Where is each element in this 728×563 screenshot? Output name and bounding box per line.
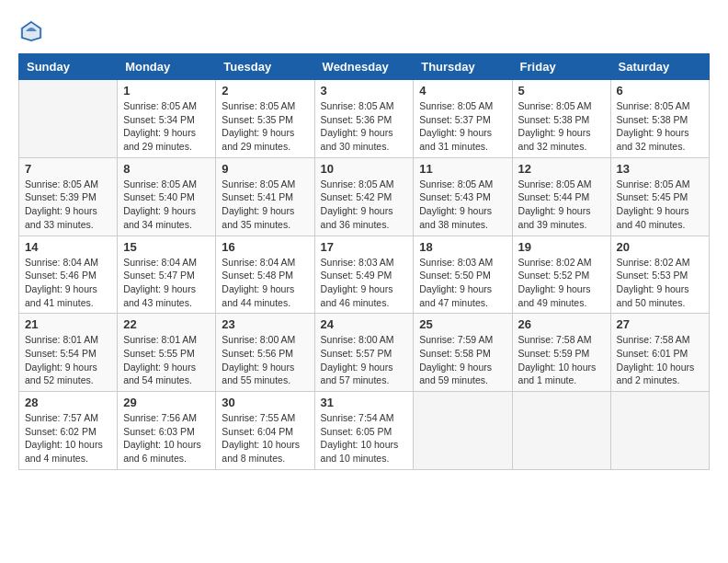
day-info: Sunrise: 8:05 AMSunset: 5:42 PMDaylight:… (321, 178, 408, 232)
calendar-cell: 20Sunrise: 8:02 AMSunset: 5:53 PMDayligh… (610, 236, 709, 314)
calendar-cell: 16Sunrise: 8:04 AMSunset: 5:48 PMDayligh… (216, 236, 314, 314)
day-info: Sunrise: 7:56 AMSunset: 6:03 PMDaylight:… (123, 411, 210, 465)
day-number: 9 (222, 162, 308, 176)
day-info: Sunrise: 8:00 AMSunset: 5:57 PMDaylight:… (321, 333, 408, 387)
page-header (18, 18, 710, 44)
calendar-table: SundayMondayTuesdayWednesdayThursdayFrid… (18, 53, 710, 470)
calendar-cell: 18Sunrise: 8:03 AMSunset: 5:50 PMDayligh… (414, 236, 512, 314)
day-number: 11 (419, 162, 506, 176)
day-number: 15 (123, 240, 210, 254)
calendar-cell: 29Sunrise: 7:56 AMSunset: 6:03 PMDayligh… (118, 392, 216, 470)
day-number: 3 (321, 84, 408, 98)
calendar-cell: 7Sunrise: 8:05 AMSunset: 5:39 PMDaylight… (19, 157, 118, 236)
calendar-cell: 21Sunrise: 8:01 AMSunset: 5:54 PMDayligh… (19, 314, 118, 392)
calendar-week-1: 1Sunrise: 8:05 AMSunset: 5:34 PMDaylight… (19, 80, 710, 158)
weekday-header-thursday: Thursday (414, 54, 512, 80)
day-info: Sunrise: 8:05 AMSunset: 5:36 PMDaylight:… (321, 99, 408, 154)
calendar-cell: 3Sunrise: 8:05 AMSunset: 5:36 PMDaylight… (314, 80, 414, 158)
calendar-cell: 8Sunrise: 8:05 AMSunset: 5:40 PMDaylight… (118, 157, 216, 236)
day-info: Sunrise: 7:54 AMSunset: 6:05 PMDaylight:… (321, 411, 408, 465)
day-info: Sunrise: 8:05 AMSunset: 5:40 PMDaylight:… (123, 178, 210, 232)
day-number: 31 (321, 396, 408, 409)
calendar-cell: 11Sunrise: 8:05 AMSunset: 5:43 PMDayligh… (414, 157, 512, 236)
day-info: Sunrise: 7:59 AMSunset: 5:58 PMDaylight:… (419, 333, 506, 387)
day-info: Sunrise: 8:05 AMSunset: 5:39 PMDaylight:… (25, 178, 111, 232)
weekday-header-friday: Friday (512, 54, 610, 80)
calendar-cell: 19Sunrise: 8:02 AMSunset: 5:52 PMDayligh… (512, 236, 610, 314)
calendar-cell: 1Sunrise: 8:05 AMSunset: 5:34 PMDaylight… (118, 80, 216, 158)
day-info: Sunrise: 8:01 AMSunset: 5:54 PMDaylight:… (25, 333, 111, 387)
calendar-week-5: 28Sunrise: 7:57 AMSunset: 6:02 PMDayligh… (19, 392, 710, 470)
calendar-cell: 31Sunrise: 7:54 AMSunset: 6:05 PMDayligh… (314, 392, 414, 470)
weekday-header-sunday: Sunday (19, 54, 118, 80)
day-number: 22 (123, 317, 210, 331)
day-number: 5 (518, 84, 605, 98)
calendar-cell: 23Sunrise: 8:00 AMSunset: 5:56 PMDayligh… (216, 314, 314, 392)
calendar-cell (19, 80, 118, 158)
day-number: 17 (321, 240, 408, 254)
day-number: 21 (25, 317, 111, 331)
calendar-cell: 2Sunrise: 8:05 AMSunset: 5:35 PMDaylight… (216, 80, 314, 158)
day-info: Sunrise: 8:00 AMSunset: 5:56 PMDaylight:… (222, 333, 308, 387)
day-info: Sunrise: 8:05 AMSunset: 5:35 PMDaylight:… (222, 99, 308, 154)
day-number: 27 (617, 317, 703, 331)
calendar-cell: 12Sunrise: 8:05 AMSunset: 5:44 PMDayligh… (512, 157, 610, 236)
day-info: Sunrise: 8:05 AMSunset: 5:38 PMDaylight:… (518, 99, 605, 154)
day-info: Sunrise: 8:05 AMSunset: 5:34 PMDaylight:… (123, 99, 210, 154)
day-info: Sunrise: 8:05 AMSunset: 5:44 PMDaylight:… (518, 178, 605, 232)
calendar-cell (414, 392, 512, 470)
day-number: 25 (419, 317, 506, 331)
day-number: 16 (222, 240, 308, 254)
day-number: 26 (518, 317, 605, 331)
day-info: Sunrise: 8:04 AMSunset: 5:48 PMDaylight:… (222, 256, 308, 310)
day-info: Sunrise: 8:02 AMSunset: 5:52 PMDaylight:… (518, 256, 605, 310)
calendar-cell: 13Sunrise: 8:05 AMSunset: 5:45 PMDayligh… (610, 157, 709, 236)
day-info: Sunrise: 7:57 AMSunset: 6:02 PMDaylight:… (25, 411, 111, 465)
calendar-week-2: 7Sunrise: 8:05 AMSunset: 5:39 PMDaylight… (19, 157, 710, 236)
logo-icon (18, 18, 44, 44)
weekday-header-wednesday: Wednesday (314, 54, 414, 80)
day-number: 24 (321, 317, 408, 331)
calendar-header: SundayMondayTuesdayWednesdayThursdayFrid… (19, 54, 710, 80)
day-number: 13 (617, 162, 703, 176)
day-info: Sunrise: 7:58 AMSunset: 5:59 PMDaylight:… (518, 333, 605, 387)
calendar-cell (610, 392, 709, 470)
day-info: Sunrise: 8:01 AMSunset: 5:55 PMDaylight:… (123, 333, 210, 387)
day-info: Sunrise: 8:05 AMSunset: 5:38 PMDaylight:… (617, 99, 703, 154)
day-info: Sunrise: 8:05 AMSunset: 5:45 PMDaylight:… (617, 178, 703, 232)
day-number: 14 (25, 240, 111, 254)
day-number: 20 (617, 240, 703, 254)
day-info: Sunrise: 8:03 AMSunset: 5:50 PMDaylight:… (419, 256, 506, 310)
calendar-cell: 24Sunrise: 8:00 AMSunset: 5:57 PMDayligh… (314, 314, 414, 392)
weekday-header-tuesday: Tuesday (216, 54, 314, 80)
calendar-cell: 9Sunrise: 8:05 AMSunset: 5:41 PMDaylight… (216, 157, 314, 236)
calendar-cell: 6Sunrise: 8:05 AMSunset: 5:38 PMDaylight… (610, 80, 709, 158)
day-number: 7 (25, 162, 111, 176)
calendar-cell: 5Sunrise: 8:05 AMSunset: 5:38 PMDaylight… (512, 80, 610, 158)
calendar-cell: 28Sunrise: 7:57 AMSunset: 6:02 PMDayligh… (19, 392, 118, 470)
calendar-cell: 14Sunrise: 8:04 AMSunset: 5:46 PMDayligh… (19, 236, 118, 314)
day-info: Sunrise: 8:02 AMSunset: 5:53 PMDaylight:… (617, 256, 703, 310)
calendar-cell: 25Sunrise: 7:59 AMSunset: 5:58 PMDayligh… (414, 314, 512, 392)
logo (18, 18, 48, 44)
day-number: 1 (123, 84, 210, 98)
day-number: 29 (123, 396, 210, 409)
day-number: 10 (321, 162, 408, 176)
calendar-week-3: 14Sunrise: 8:04 AMSunset: 5:46 PMDayligh… (19, 236, 710, 314)
day-number: 8 (123, 162, 210, 176)
day-info: Sunrise: 8:04 AMSunset: 5:47 PMDaylight:… (123, 256, 210, 310)
day-number: 4 (419, 84, 506, 98)
day-info: Sunrise: 7:55 AMSunset: 6:04 PMDaylight:… (222, 411, 308, 465)
day-info: Sunrise: 8:05 AMSunset: 5:43 PMDaylight:… (419, 178, 506, 232)
day-number: 30 (222, 396, 308, 409)
calendar-cell: 4Sunrise: 8:05 AMSunset: 5:37 PMDaylight… (414, 80, 512, 158)
day-info: Sunrise: 8:04 AMSunset: 5:46 PMDaylight:… (25, 256, 111, 310)
calendar-cell (512, 392, 610, 470)
day-info: Sunrise: 8:05 AMSunset: 5:41 PMDaylight:… (222, 178, 308, 232)
calendar-week-4: 21Sunrise: 8:01 AMSunset: 5:54 PMDayligh… (19, 314, 710, 392)
calendar-cell: 30Sunrise: 7:55 AMSunset: 6:04 PMDayligh… (216, 392, 314, 470)
day-info: Sunrise: 7:58 AMSunset: 6:01 PMDaylight:… (617, 333, 703, 387)
day-number: 2 (222, 84, 308, 98)
weekday-header-saturday: Saturday (610, 54, 709, 80)
day-number: 6 (617, 84, 703, 98)
